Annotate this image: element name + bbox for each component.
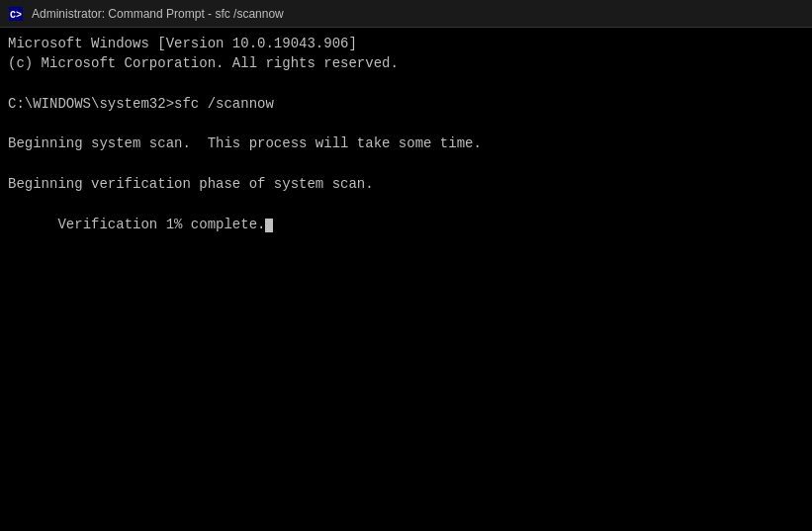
svg-text:C>: C> [10,10,22,21]
terminal-line: Beginning system scan. This process will… [8,133,804,153]
title-bar: C> Administrator: Command Prompt - sfc /… [0,0,812,28]
verification-text: Verification 1% complete. [57,217,265,232]
terminal-line-empty [8,114,804,133]
cursor [265,219,273,232]
terminal-body[interactable]: Microsoft Windows [Version 10.0.19043.90… [0,28,812,531]
terminal-line: (c) Microsoft Corporation. All rights re… [8,53,804,73]
terminal-line: C:\WINDOWS\system32>sfc /scannow [8,94,804,114]
title-bar-text: Administrator: Command Prompt - sfc /sca… [32,7,804,21]
cmd-icon: C> [8,6,24,22]
terminal-line-empty [8,154,804,174]
terminal-line: Beginning verification phase of system s… [8,174,804,194]
window: C> Administrator: Command Prompt - sfc /… [0,0,812,531]
terminal-line-cursor: Verification 1% complete. [8,194,804,254]
terminal-line-empty [8,74,804,94]
terminal-line: Microsoft Windows [Version 10.0.19043.90… [8,34,804,53]
